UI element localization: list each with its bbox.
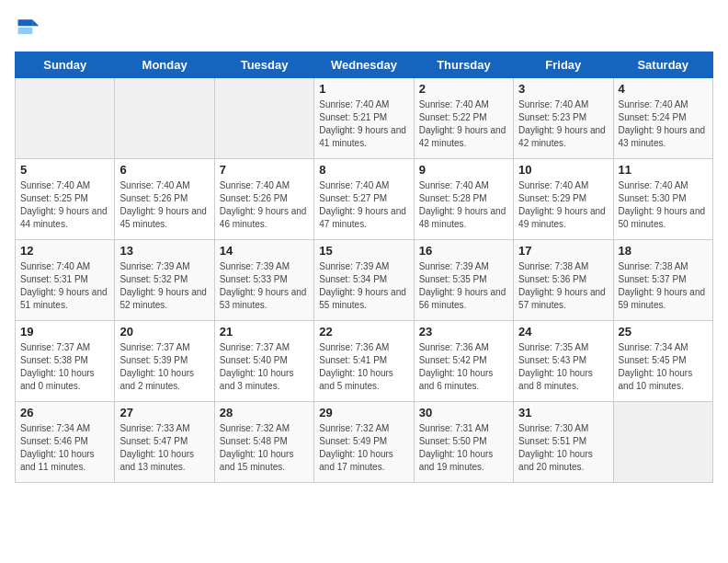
- day-number: 4: [619, 82, 708, 96]
- day-info: Sunrise: 7:39 AM Sunset: 5:35 PM Dayligh…: [419, 260, 508, 312]
- day-info: Sunrise: 7:40 AM Sunset: 5:22 PM Dayligh…: [419, 98, 508, 150]
- day-number: 10: [518, 163, 608, 177]
- day-number: 28: [220, 406, 309, 419]
- day-number: 13: [119, 244, 209, 258]
- day-cell: 23Sunrise: 7:36 AM Sunset: 5:42 PM Dayli…: [414, 321, 513, 402]
- calendar-body: 1Sunrise: 7:40 AM Sunset: 5:21 PM Daylig…: [16, 78, 713, 483]
- day-info: Sunrise: 7:40 AM Sunset: 5:26 PM Dayligh…: [119, 179, 209, 231]
- day-header-friday: Friday: [514, 52, 613, 78]
- day-number: 25: [619, 325, 708, 339]
- day-number: 11: [619, 163, 708, 177]
- day-info: Sunrise: 7:40 AM Sunset: 5:31 PM Dayligh…: [20, 260, 109, 312]
- calendar-table: SundayMondayTuesdayWednesdayThursdayFrid…: [15, 52, 713, 483]
- day-number: 26: [20, 406, 109, 419]
- day-number: 31: [518, 406, 608, 419]
- day-cell: 13Sunrise: 7:39 AM Sunset: 5:32 PM Dayli…: [115, 240, 214, 321]
- day-info: Sunrise: 7:36 AM Sunset: 5:42 PM Dayligh…: [419, 341, 508, 393]
- day-cell: [214, 78, 313, 159]
- day-cell: 28Sunrise: 7:32 AM Sunset: 5:48 PM Dayli…: [214, 402, 313, 483]
- calendar-header: SundayMondayTuesdayWednesdayThursdayFrid…: [16, 52, 713, 78]
- day-cell: 25Sunrise: 7:34 AM Sunset: 5:45 PM Dayli…: [613, 321, 712, 402]
- day-cell: 9Sunrise: 7:40 AM Sunset: 5:28 PM Daylig…: [414, 159, 513, 240]
- day-number: 18: [619, 244, 708, 258]
- day-cell: 24Sunrise: 7:35 AM Sunset: 5:43 PM Dayli…: [514, 321, 613, 402]
- day-info: Sunrise: 7:38 AM Sunset: 5:36 PM Dayligh…: [518, 260, 608, 312]
- day-cell: [613, 402, 712, 483]
- day-info: Sunrise: 7:37 AM Sunset: 5:40 PM Dayligh…: [220, 341, 309, 393]
- day-info: Sunrise: 7:40 AM Sunset: 5:30 PM Dayligh…: [619, 179, 708, 231]
- logo: [15, 15, 44, 40]
- day-info: Sunrise: 7:39 AM Sunset: 5:33 PM Dayligh…: [220, 260, 309, 312]
- day-number: 12: [20, 244, 109, 258]
- day-number: 17: [518, 244, 608, 258]
- page-header: [15, 15, 713, 40]
- day-number: 30: [419, 406, 508, 419]
- svg-rect-2: [18, 19, 33, 26]
- svg-marker-1: [32, 19, 39, 26]
- day-cell: 21Sunrise: 7:37 AM Sunset: 5:40 PM Dayli…: [214, 321, 313, 402]
- day-info: Sunrise: 7:40 AM Sunset: 5:26 PM Dayligh…: [220, 179, 309, 231]
- day-number: 23: [419, 325, 508, 339]
- week-row-5: 26Sunrise: 7:34 AM Sunset: 5:46 PM Dayli…: [16, 402, 713, 483]
- day-info: Sunrise: 7:30 AM Sunset: 5:51 PM Dayligh…: [518, 422, 608, 474]
- day-number: 15: [319, 244, 408, 258]
- day-info: Sunrise: 7:40 AM Sunset: 5:27 PM Dayligh…: [319, 179, 408, 231]
- day-cell: 29Sunrise: 7:32 AM Sunset: 5:49 PM Dayli…: [314, 402, 414, 483]
- day-cell: 30Sunrise: 7:31 AM Sunset: 5:50 PM Dayli…: [414, 402, 513, 483]
- day-cell: 4Sunrise: 7:40 AM Sunset: 5:24 PM Daylig…: [613, 78, 712, 159]
- day-cell: 11Sunrise: 7:40 AM Sunset: 5:30 PM Dayli…: [613, 159, 712, 240]
- day-cell: 3Sunrise: 7:40 AM Sunset: 5:23 PM Daylig…: [514, 78, 613, 159]
- day-number: 21: [220, 325, 309, 339]
- day-cell: 31Sunrise: 7:30 AM Sunset: 5:51 PM Dayli…: [514, 402, 613, 483]
- day-info: Sunrise: 7:38 AM Sunset: 5:37 PM Dayligh…: [619, 260, 708, 312]
- day-cell: 19Sunrise: 7:37 AM Sunset: 5:38 PM Dayli…: [16, 321, 115, 402]
- day-number: 20: [119, 325, 209, 339]
- day-cell: 17Sunrise: 7:38 AM Sunset: 5:36 PM Dayli…: [514, 240, 613, 321]
- day-number: 5: [20, 163, 109, 177]
- day-number: 7: [220, 163, 309, 177]
- day-cell: 7Sunrise: 7:40 AM Sunset: 5:26 PM Daylig…: [214, 159, 313, 240]
- day-cell: [16, 78, 115, 159]
- day-info: Sunrise: 7:34 AM Sunset: 5:46 PM Dayligh…: [20, 422, 109, 474]
- day-number: 19: [20, 325, 109, 339]
- day-info: Sunrise: 7:39 AM Sunset: 5:34 PM Dayligh…: [319, 260, 408, 312]
- day-cell: 10Sunrise: 7:40 AM Sunset: 5:29 PM Dayli…: [514, 159, 613, 240]
- day-info: Sunrise: 7:32 AM Sunset: 5:48 PM Dayligh…: [220, 422, 309, 474]
- week-row-2: 5Sunrise: 7:40 AM Sunset: 5:25 PM Daylig…: [16, 159, 713, 240]
- day-number: 14: [220, 244, 309, 258]
- day-cell: 8Sunrise: 7:40 AM Sunset: 5:27 PM Daylig…: [314, 159, 414, 240]
- svg-rect-3: [18, 28, 33, 34]
- week-row-4: 19Sunrise: 7:37 AM Sunset: 5:38 PM Dayli…: [16, 321, 713, 402]
- day-header-thursday: Thursday: [414, 52, 513, 78]
- day-info: Sunrise: 7:31 AM Sunset: 5:50 PM Dayligh…: [419, 422, 508, 474]
- day-cell: 15Sunrise: 7:39 AM Sunset: 5:34 PM Dayli…: [314, 240, 414, 321]
- day-info: Sunrise: 7:34 AM Sunset: 5:45 PM Dayligh…: [619, 341, 708, 393]
- day-info: Sunrise: 7:40 AM Sunset: 5:25 PM Dayligh…: [20, 179, 109, 231]
- day-number: 3: [518, 82, 608, 96]
- day-cell: 1Sunrise: 7:40 AM Sunset: 5:21 PM Daylig…: [314, 78, 414, 159]
- day-number: 22: [319, 325, 408, 339]
- day-number: 27: [119, 406, 209, 419]
- day-number: 8: [319, 163, 408, 177]
- day-info: Sunrise: 7:40 AM Sunset: 5:24 PM Dayligh…: [619, 98, 708, 150]
- day-number: 1: [319, 82, 408, 96]
- day-info: Sunrise: 7:36 AM Sunset: 5:41 PM Dayligh…: [319, 341, 408, 393]
- day-number: 24: [518, 325, 608, 339]
- day-number: 6: [119, 163, 209, 177]
- day-header-saturday: Saturday: [613, 52, 712, 78]
- header-row: SundayMondayTuesdayWednesdayThursdayFrid…: [16, 52, 713, 78]
- day-header-wednesday: Wednesday: [314, 52, 414, 78]
- day-header-monday: Monday: [115, 52, 214, 78]
- day-info: Sunrise: 7:35 AM Sunset: 5:43 PM Dayligh…: [518, 341, 608, 393]
- logo-icon: [15, 15, 40, 40]
- day-cell: 6Sunrise: 7:40 AM Sunset: 5:26 PM Daylig…: [115, 159, 214, 240]
- day-cell: 12Sunrise: 7:40 AM Sunset: 5:31 PM Dayli…: [16, 240, 115, 321]
- day-cell: 14Sunrise: 7:39 AM Sunset: 5:33 PM Dayli…: [214, 240, 313, 321]
- day-info: Sunrise: 7:37 AM Sunset: 5:38 PM Dayligh…: [20, 341, 109, 393]
- day-number: 29: [319, 406, 408, 419]
- day-cell: 22Sunrise: 7:36 AM Sunset: 5:41 PM Dayli…: [314, 321, 414, 402]
- day-info: Sunrise: 7:32 AM Sunset: 5:49 PM Dayligh…: [319, 422, 408, 474]
- day-number: 16: [419, 244, 508, 258]
- week-row-1: 1Sunrise: 7:40 AM Sunset: 5:21 PM Daylig…: [16, 78, 713, 159]
- day-cell: 16Sunrise: 7:39 AM Sunset: 5:35 PM Dayli…: [414, 240, 513, 321]
